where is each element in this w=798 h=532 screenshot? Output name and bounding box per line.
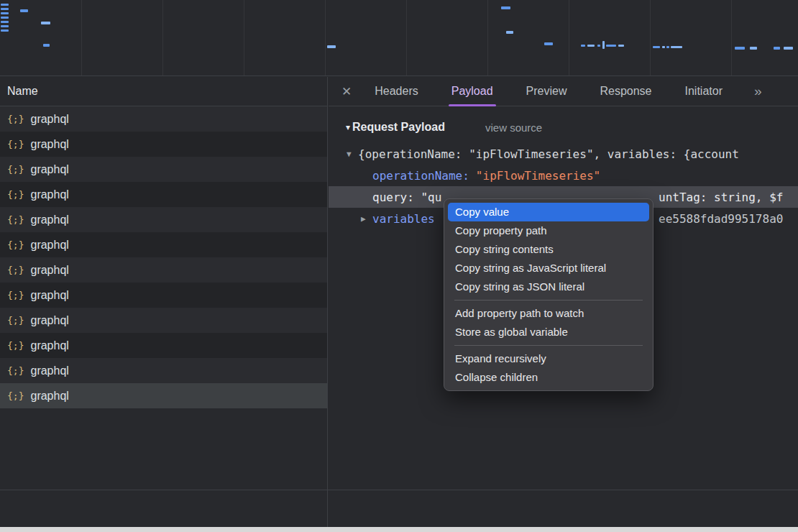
timeline-activity-bar bbox=[587, 45, 595, 47]
property-value: "ipFlowTimeseries" bbox=[476, 169, 600, 183]
context-menu-item-copy-string-as-javascript-literal[interactable]: Copy string as JavaScript literal bbox=[448, 259, 649, 278]
query-value-start: query: "qu bbox=[372, 191, 441, 204]
tab-initiator[interactable]: Initiator bbox=[682, 77, 725, 106]
json-request-icon: {;} bbox=[7, 315, 24, 326]
request-name-label: graphql bbox=[30, 339, 68, 352]
timeline-activity-bar bbox=[327, 45, 336, 48]
timeline-activity-bar bbox=[618, 45, 624, 47]
network-request-list-pane: Name {;}graphql{;}graphql{;}graphql{;}gr… bbox=[0, 77, 328, 527]
expand-arrow-icon[interactable]: ▶ bbox=[361, 214, 372, 224]
request-name-label: graphql bbox=[30, 239, 68, 252]
request-name-label: graphql bbox=[30, 289, 68, 302]
menu-separator bbox=[454, 345, 643, 346]
window-bottom-edge bbox=[0, 527, 798, 532]
timeline-gridline bbox=[569, 0, 569, 75]
timeline-activity-bar bbox=[1, 8, 9, 10]
json-request-icon: {;} bbox=[7, 265, 24, 275]
context-menu-item-add-property-path-to-watch[interactable]: Add property path to watch bbox=[448, 304, 649, 323]
timeline-activity-bar bbox=[544, 42, 553, 45]
payload-root-row[interactable]: ▼ {operationName: "ipFlowTimeseries", va… bbox=[329, 143, 798, 165]
context-menu-item-copy-property-path[interactable]: Copy property path bbox=[448, 221, 649, 240]
footer-divider bbox=[0, 490, 798, 490]
variables-preview-end: ee5588fdad995178a0 bbox=[659, 208, 783, 229]
name-column-header[interactable]: Name bbox=[0, 77, 327, 106]
menu-separator bbox=[454, 300, 643, 301]
context-menu-item-store-as-global-variable[interactable]: Store as global variable bbox=[448, 323, 649, 341]
request-list: {;}graphql{;}graphql{;}graphql{;}graphql… bbox=[0, 106, 327, 408]
timeline-activity-bar bbox=[662, 46, 665, 48]
json-request-icon: {;} bbox=[7, 340, 24, 351]
request-payload-section: ▾ Request Payload view source bbox=[346, 117, 798, 137]
collapse-arrow-icon[interactable]: ▼ bbox=[347, 150, 358, 159]
tab-preview[interactable]: Preview bbox=[523, 77, 570, 106]
request-name-label: graphql bbox=[30, 390, 68, 403]
context-menu-item-collapse-children[interactable]: Collapse children bbox=[448, 368, 649, 387]
timeline-activity-bar bbox=[784, 47, 793, 50]
request-name-label: graphql bbox=[30, 163, 68, 176]
request-name-label: graphql bbox=[30, 264, 68, 277]
property-key: variables bbox=[372, 212, 435, 226]
more-tabs-icon[interactable]: » bbox=[754, 83, 762, 99]
context-menu: Copy valueCopy property pathCopy string … bbox=[444, 198, 653, 391]
network-request-row[interactable]: {;}graphql bbox=[0, 207, 327, 232]
tab-response[interactable]: Response bbox=[597, 77, 654, 106]
json-request-icon: {;} bbox=[7, 114, 24, 124]
view-source-link[interactable]: view source bbox=[485, 121, 542, 134]
section-title: Request Payload bbox=[352, 121, 445, 134]
close-icon[interactable]: ✕ bbox=[341, 84, 352, 99]
timeline-activity-bar bbox=[653, 46, 660, 48]
timeline-activity-bar bbox=[735, 47, 745, 50]
timeline-activity-bar bbox=[41, 22, 50, 24]
timeline-activity-bar bbox=[506, 31, 513, 34]
timeline-gridline bbox=[244, 0, 244, 75]
details-tabs: HeadersPayloadPreviewResponseInitiator bbox=[372, 77, 753, 106]
timeline-activity-bar bbox=[597, 45, 600, 47]
timeline-gridline bbox=[162, 0, 163, 75]
timeline-activity-bar bbox=[1, 21, 9, 23]
context-menu-item-copy-string-as-json-literal[interactable]: Copy string as JSON literal bbox=[448, 278, 649, 296]
network-request-row[interactable]: {;}graphql bbox=[0, 333, 327, 358]
json-request-icon: {;} bbox=[7, 239, 24, 250]
json-request-icon: {;} bbox=[7, 214, 24, 225]
timeline-activity-bar bbox=[1, 29, 9, 32]
request-name-label: graphql bbox=[30, 364, 68, 377]
request-name-label: graphql bbox=[30, 314, 68, 327]
network-request-row[interactable]: {;}graphql bbox=[0, 358, 327, 383]
overview-timeline[interactable] bbox=[0, 0, 798, 76]
details-tab-bar: ✕ HeadersPayloadPreviewResponseInitiator… bbox=[329, 77, 798, 106]
timeline-activity-bar bbox=[1, 4, 9, 6]
request-name-label: graphql bbox=[30, 138, 68, 151]
json-request-icon: {;} bbox=[7, 290, 24, 301]
network-request-row[interactable]: {;}graphql bbox=[0, 232, 327, 257]
json-request-icon: {;} bbox=[7, 139, 24, 150]
tab-headers[interactable]: Headers bbox=[372, 77, 421, 106]
network-request-row[interactable]: {;}graphql bbox=[0, 157, 327, 182]
network-request-row[interactable]: {;}graphql bbox=[0, 308, 327, 333]
timeline-activity-bar bbox=[602, 41, 605, 49]
json-request-icon: {;} bbox=[7, 189, 24, 200]
network-request-row[interactable]: {;}graphql bbox=[0, 257, 327, 283]
section-collapse-icon[interactable]: ▾ bbox=[346, 122, 350, 132]
network-request-row[interactable]: {;}graphql bbox=[0, 383, 327, 408]
timeline-activity-bar bbox=[671, 46, 682, 48]
context-menu-item-expand-recursively[interactable]: Expand recursively bbox=[448, 349, 649, 368]
devtools-network-panel: Name {;}graphql{;}graphql{;}graphql{;}gr… bbox=[0, 0, 798, 532]
timeline-activity-bar bbox=[1, 12, 9, 14]
json-request-icon: {;} bbox=[7, 365, 24, 376]
network-request-row[interactable]: {;}graphql bbox=[0, 106, 327, 132]
network-request-row[interactable]: {;}graphql bbox=[0, 283, 327, 308]
tab-payload[interactable]: Payload bbox=[449, 77, 496, 106]
json-request-icon: {;} bbox=[7, 390, 24, 401]
payload-operation-row[interactable]: operationName:"ipFlowTimeseries" bbox=[329, 165, 798, 186]
timeline-gridline bbox=[406, 0, 407, 75]
timeline-gridline bbox=[731, 0, 732, 75]
name-column-label: Name bbox=[7, 85, 38, 98]
request-name-label: graphql bbox=[30, 188, 68, 201]
request-name-label: graphql bbox=[30, 113, 68, 126]
context-menu-item-copy-string-contents[interactable]: Copy string contents bbox=[448, 240, 649, 259]
network-request-row[interactable]: {;}graphql bbox=[0, 182, 327, 207]
timeline-activity-bar bbox=[20, 9, 28, 12]
timeline-activity-bar bbox=[606, 45, 616, 47]
context-menu-item-copy-value[interactable]: Copy value bbox=[448, 203, 649, 221]
network-request-row[interactable]: {;}graphql bbox=[0, 132, 327, 157]
